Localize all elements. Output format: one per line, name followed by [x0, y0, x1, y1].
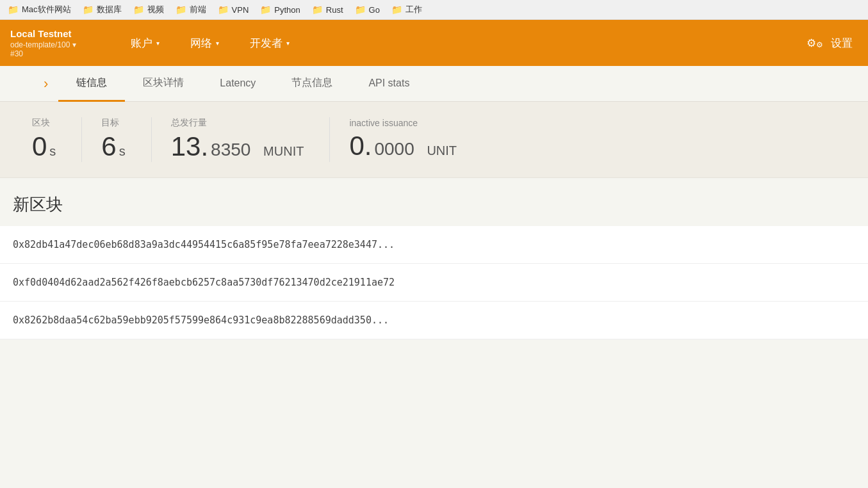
stat-inactive-issuance: inactive issuance 0.0000 UNIT: [330, 118, 482, 161]
recent-blocks-section: 新区块 0x82db41a47dec06eb68d83a9a3dc4495441…: [0, 178, 868, 339]
brand-title: Local Testnet: [10, 28, 72, 39]
bookmarks-bar: 📁 Mac软件网站 📁 数据库 📁 视频 📁 前端 📁 VPN 📁 Python…: [0, 0, 868, 20]
nav-network[interactable]: 网络 ▾: [175, 20, 234, 66]
tabs-bar: › 链信息 区块详情 Latency 节点信息 API stats: [0, 66, 868, 102]
stat-block-value: 0s: [32, 131, 56, 162]
nav-settings[interactable]: ⚙ ⚙ 设置: [791, 36, 868, 51]
block-item[interactable]: 0x8262b8daa54c62ba59ebb9205f57599e864c93…: [0, 302, 868, 339]
gear-icon: ⚙: [807, 37, 816, 50]
tab-chain-info[interactable]: 链信息: [58, 66, 125, 102]
bookmark-go[interactable]: 📁 Go: [355, 4, 380, 15]
brand-section: Local Testnet ode-template/100 ▾ #30: [0, 23, 115, 63]
stat-target-label: 目标: [101, 117, 125, 129]
chevron-down-icon: ▾: [286, 40, 290, 47]
stat-issuance-label: 总发行量: [171, 117, 304, 129]
folder-icon: 📁: [176, 4, 186, 15]
stat-inactive-label: inactive issuance: [349, 118, 457, 128]
stat-issuance-value: 13.8350 MUNIT: [171, 131, 304, 162]
nav-developer[interactable]: 开发者 ▾: [234, 20, 305, 66]
bookmark-mac[interactable]: 📁 Mac软件网站: [8, 4, 71, 15]
stats-row: 区块 0s 目标 6s 总发行量 13.8350 MUNIT inactive …: [0, 102, 868, 178]
tab-latency[interactable]: Latency: [202, 67, 274, 101]
folder-icon: 📁: [312, 4, 323, 15]
brand-subtitle: ode-template/100 ▾: [10, 40, 76, 49]
folder-icon: 📁: [355, 4, 366, 15]
bookmark-python[interactable]: 📁 Python: [260, 4, 300, 15]
tab-api-stats[interactable]: API stats: [350, 67, 427, 101]
brand-number: #30: [10, 49, 23, 58]
tab-node-info[interactable]: 节点信息: [274, 66, 350, 102]
block-list: 0x82db41a47dec06eb68d83a9a3dc44954415c6a…: [0, 226, 868, 339]
stat-inactive-value: 0.0000 UNIT: [349, 131, 457, 161]
chevron-down-icon: ▾: [156, 40, 160, 47]
stat-total-issuance: 总发行量 13.8350 MUNIT: [152, 117, 331, 162]
nav-accounts[interactable]: 账户 ▾: [115, 20, 175, 66]
bookmark-video[interactable]: 📁 视频: [133, 4, 164, 15]
bookmark-vpn[interactable]: 📁 VPN: [218, 4, 249, 15]
tab-block-details[interactable]: 区块详情: [125, 66, 202, 102]
block-item[interactable]: 0xf0d0404d62aad2a562f426f8aebcb6257c8aa5…: [0, 264, 868, 302]
folder-icon: 📁: [218, 4, 229, 15]
folder-icon: 📁: [83, 4, 94, 15]
folder-icon: 📁: [260, 4, 271, 15]
bookmark-db[interactable]: 📁 数据库: [83, 4, 122, 15]
stat-target-value: 6s: [101, 131, 125, 162]
app-header: Local Testnet ode-template/100 ▾ #30 账户 …: [0, 20, 868, 66]
bookmark-rust[interactable]: 📁 Rust: [312, 4, 343, 15]
recent-blocks-title: 新区块: [0, 178, 868, 226]
block-item[interactable]: 0x82db41a47dec06eb68d83a9a3dc44954415c6a…: [0, 226, 868, 264]
bookmark-work[interactable]: 📁 工作: [391, 4, 422, 15]
main-nav: 账户 ▾ 网络 ▾ 开发者 ▾ ⚙ ⚙ 设置: [115, 20, 868, 66]
stat-target: 目标 6s: [82, 117, 151, 162]
folder-icon: 📁: [133, 4, 144, 15]
stat-block-time: 区块 0s: [13, 117, 82, 162]
gear-icon-2: ⚙: [816, 40, 823, 49]
folder-icon: 📁: [391, 4, 402, 15]
stat-block-label: 区块: [32, 117, 56, 129]
chevron-down-icon: ▾: [216, 40, 219, 47]
folder-icon: 📁: [8, 4, 19, 15]
bookmark-frontend[interactable]: 📁 前端: [176, 4, 206, 15]
chevron-down-icon[interactable]: ▾: [72, 40, 76, 49]
back-chevron-icon[interactable]: ›: [38, 68, 58, 100]
